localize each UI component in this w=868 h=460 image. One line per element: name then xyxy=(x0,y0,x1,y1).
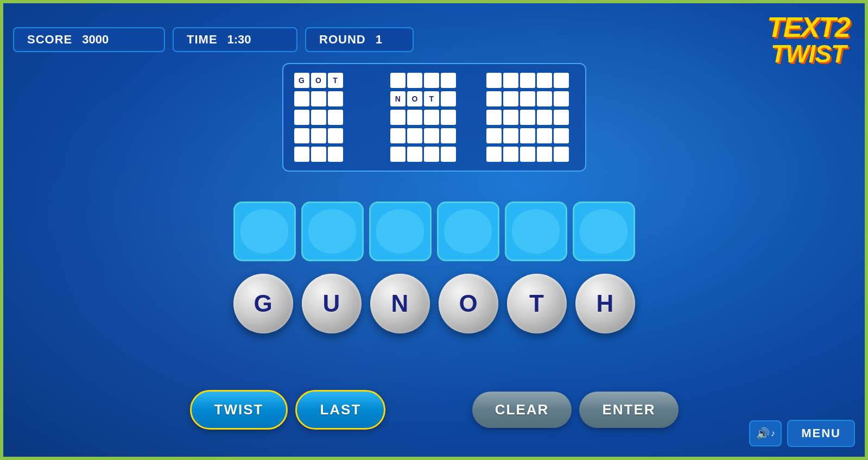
letter-cell xyxy=(294,128,309,143)
letter-cell xyxy=(424,110,439,125)
letter-cell xyxy=(520,73,535,88)
letter-cell xyxy=(328,91,343,106)
word-row xyxy=(390,128,478,143)
letter-cell xyxy=(407,128,422,143)
letter-cell xyxy=(486,147,502,162)
word-row xyxy=(390,73,478,88)
game-background: SCORE 3000 TIME 1:30 ROUND 1 TEXT2 TWIST… xyxy=(3,3,865,457)
letter-ball-t[interactable]: T xyxy=(507,274,567,333)
letter-cell: N xyxy=(390,91,406,106)
letter-cell xyxy=(554,73,569,88)
input-tile-3[interactable] xyxy=(369,201,432,261)
letter-cell xyxy=(520,147,535,162)
word-row xyxy=(486,128,574,143)
letter-cell xyxy=(407,147,422,162)
logo-text2: TEXT2 xyxy=(767,13,850,41)
letter-cell xyxy=(311,91,326,106)
letter-ball-h[interactable]: H xyxy=(575,274,635,333)
word-row xyxy=(486,91,574,106)
letter-cell xyxy=(520,91,535,106)
time-box: TIME 1:30 xyxy=(173,27,297,52)
score-label: SCORE xyxy=(27,33,72,47)
letter-cell xyxy=(554,128,569,143)
word-row xyxy=(294,128,382,143)
letter-ball-g[interactable]: G xyxy=(233,274,293,333)
letter-cell xyxy=(424,128,439,143)
letter-cell: O xyxy=(311,73,326,88)
music-icon: ♪ xyxy=(771,429,775,438)
word-row xyxy=(294,147,382,162)
letter-cell: T xyxy=(424,91,439,106)
letter-cell xyxy=(424,147,439,162)
letter-cell xyxy=(441,91,456,106)
letter-cell xyxy=(486,128,502,143)
input-tile-4[interactable] xyxy=(437,201,499,261)
letter-cell xyxy=(328,147,343,162)
bottom-right: 🔊 ♪ MENU xyxy=(749,420,855,447)
letter-cell xyxy=(537,110,552,125)
word-row xyxy=(486,110,574,125)
letter-cell xyxy=(486,110,502,125)
letter-ball-u[interactable]: U xyxy=(302,274,362,333)
twist-button[interactable]: TWIST xyxy=(190,390,288,430)
letter-cell xyxy=(294,147,309,162)
word-row xyxy=(486,147,574,162)
input-tile-2[interactable] xyxy=(301,201,364,261)
sound-button[interactable]: 🔊 ♪ xyxy=(749,420,782,446)
clear-button[interactable]: CLEAR xyxy=(472,392,572,428)
input-area xyxy=(233,201,635,261)
letter-cell xyxy=(311,147,326,162)
menu-button[interactable]: MENU xyxy=(787,420,855,447)
letter-cell xyxy=(390,73,406,88)
letter-cell: T xyxy=(328,73,343,88)
letter-cell: G xyxy=(294,73,309,88)
letter-cell xyxy=(441,110,456,125)
header: SCORE 3000 TIME 1:30 ROUND 1 TEXT2 TWIST xyxy=(13,13,855,66)
letter-cell: O xyxy=(407,91,422,106)
last-button[interactable]: LAST xyxy=(295,390,385,430)
letter-cell xyxy=(390,128,406,143)
letter-cell xyxy=(503,128,518,143)
enter-button[interactable]: ENTER xyxy=(579,392,678,428)
time-label: TIME xyxy=(187,33,218,47)
letter-cell xyxy=(311,128,326,143)
input-tile-1[interactable] xyxy=(233,201,296,261)
letter-cell xyxy=(537,147,552,162)
letter-cell xyxy=(520,110,535,125)
word-row xyxy=(294,91,382,106)
letter-cell xyxy=(311,110,326,125)
letter-cell xyxy=(503,73,518,88)
score-box: SCORE 3000 xyxy=(13,27,165,52)
word-row xyxy=(294,110,382,125)
input-tile-5[interactable] xyxy=(505,201,567,261)
letter-ball-n[interactable]: N xyxy=(370,274,430,333)
letter-cell xyxy=(486,73,502,88)
word-grid: G O T xyxy=(294,73,574,162)
input-tile-6[interactable] xyxy=(573,201,635,261)
letter-cell xyxy=(328,110,343,125)
letter-cell xyxy=(520,128,535,143)
word-grid-container: G O T xyxy=(282,63,586,172)
letter-cell xyxy=(390,110,406,125)
letter-cell xyxy=(486,91,502,106)
word-row xyxy=(390,147,478,162)
btn-left-group: TWIST LAST xyxy=(190,390,386,430)
letter-ball-o[interactable]: O xyxy=(439,274,498,333)
btn-right-group: CLEAR ENTER xyxy=(472,392,679,428)
time-value: 1:30 xyxy=(227,33,251,47)
letter-cell xyxy=(554,110,569,125)
word-col-2: N O T xyxy=(390,73,478,162)
letter-cell xyxy=(441,128,456,143)
letter-cell xyxy=(407,73,422,88)
letter-cell xyxy=(554,91,569,106)
word-row xyxy=(486,73,574,88)
speaker-icon: 🔊 xyxy=(756,427,770,440)
letter-cell xyxy=(328,128,343,143)
letter-cell xyxy=(537,91,552,106)
letter-cell xyxy=(424,73,439,88)
letter-cell xyxy=(554,147,569,162)
letter-cell xyxy=(390,147,406,162)
letter-cell xyxy=(441,147,456,162)
word-col-1: G O T xyxy=(294,73,382,162)
word-col-3 xyxy=(486,73,574,162)
